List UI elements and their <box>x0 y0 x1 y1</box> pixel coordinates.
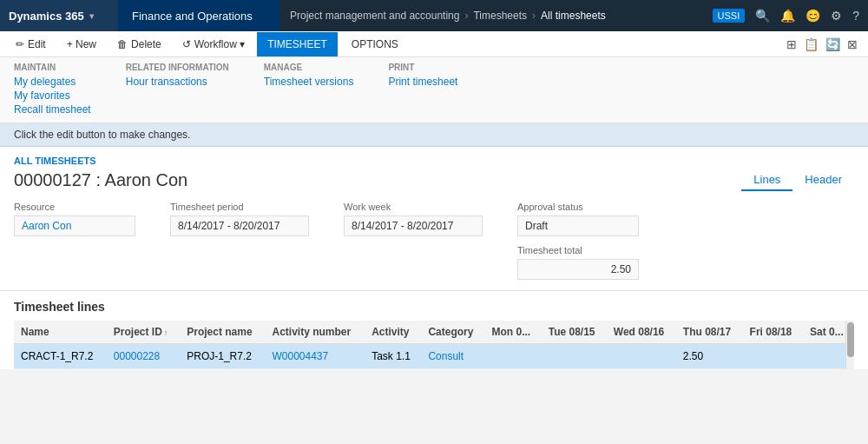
col-activity: Activity <box>365 321 421 344</box>
resource-label: Resource <box>14 202 135 212</box>
office-icon[interactable]: ⊞ <box>786 37 797 51</box>
ribbon-group-related: RELATED INFORMATION Hour transactions <box>126 63 229 116</box>
delete-icon: 🗑 <box>117 38 128 50</box>
sort-icon: ↑ <box>164 328 168 337</box>
record-title-row: 00000127 : Aaron Con Lines Header <box>14 169 854 191</box>
view-tab-header[interactable]: Header <box>792 169 854 191</box>
ribbon-group-manage: MANAGE Timesheet versions <box>264 63 354 116</box>
print-timesheet-link[interactable]: Print timesheet <box>388 76 457 88</box>
work-week-field-group: Work week 8/14/2017 - 8/20/2017 <box>344 202 483 280</box>
ribbon-group-maintain: MAINTAIN My delegates My favorites Recal… <box>14 63 91 116</box>
help-icon[interactable]: ? <box>852 9 859 23</box>
ribbon-right-icons: ⊞ 📋 🔄 ⊠ <box>786 37 861 51</box>
inner-breadcrumb: ALL TIMESHEETS <box>14 156 854 166</box>
tab-timesheet[interactable]: TIMESHEET <box>257 32 338 56</box>
my-delegates-link[interactable]: My delegates <box>14 76 91 88</box>
work-week-label: Work week <box>344 202 483 212</box>
view-tabs: Lines Header <box>741 169 854 191</box>
finance-ops-label: Finance and Operations <box>118 0 279 31</box>
timesheet-lines-table: Name Project ID↑ Project name Activity n… <box>14 321 854 369</box>
breadcrumb-sep1: › <box>464 10 468 22</box>
timesheet-period-label: Timesheet period <box>170 202 309 212</box>
col-tue: Tue 08/15 <box>542 321 607 344</box>
print-label: PRINT <box>388 63 457 72</box>
edit-icon: ✏ <box>16 38 24 50</box>
print-items: Print timesheet <box>388 76 457 88</box>
col-activity-number: Activity number <box>265 321 365 344</box>
bookmark-icon[interactable]: 📋 <box>804 37 819 51</box>
ribbon-menu: MAINTAIN My delegates My favorites Recal… <box>0 57 868 123</box>
recall-timesheet-link[interactable]: Recall timesheet <box>14 103 91 116</box>
workflow-icon: ↺ <box>182 38 191 50</box>
notification-icon[interactable]: 🔔 <box>780 9 795 23</box>
app-root: Dynamics 365 ▾ Finance and Operations Pr… <box>0 0 868 444</box>
workflow-button[interactable]: ↺ Workflow ▾ <box>174 32 253 56</box>
search-icon[interactable]: 🔍 <box>755 9 770 23</box>
hour-transactions-link[interactable]: Hour transactions <box>126 76 229 88</box>
approval-status-label: Approval status <box>517 202 639 212</box>
total-label: Timesheet total <box>517 245 639 255</box>
maintain-label: MAINTAIN <box>14 63 91 72</box>
col-mon: Mon 0... <box>485 321 542 344</box>
delete-button[interactable]: 🗑 Delete <box>108 32 170 56</box>
top-navigation: Dynamics 365 ▾ Finance and Operations Pr… <box>0 0 868 31</box>
tab-options[interactable]: OPTIONS <box>341 32 409 56</box>
breadcrumb-sep2: › <box>532 10 536 22</box>
timesheet-period-field-group: Timesheet period 8/14/2017 - 8/20/2017 <box>170 202 309 280</box>
manage-items: Timesheet versions <box>264 76 354 88</box>
close-icon[interactable]: ⊠ <box>847 37 858 51</box>
brand-chevron: ▾ <box>89 11 94 21</box>
approval-status-field-group: Approval status Draft Timesheet total 2.… <box>517 202 639 280</box>
breadcrumb-part2: Timesheets <box>473 10 527 22</box>
info-bar: Click the edit button to make changes. <box>0 123 868 147</box>
work-week-value: 8/14/2017 - 8/20/2017 <box>344 215 483 236</box>
ribbon-group-print: PRINT Print timesheet <box>388 63 457 116</box>
breadcrumb-part3: All timesheets <box>541 10 606 22</box>
refresh-icon[interactable]: 🔄 <box>825 37 840 51</box>
my-favorites-link[interactable]: My favorites <box>14 89 91 102</box>
col-name: Name <box>14 321 107 344</box>
table-header-row: Name Project ID↑ Project name Activity n… <box>14 321 854 344</box>
fields-area: Resource Aaron Con Timesheet period 8/14… <box>0 191 868 291</box>
maintain-items: My delegates My favorites Recall timeshe… <box>14 76 91 116</box>
col-project-id[interactable]: Project ID↑ <box>107 321 180 344</box>
timesheet-lines-title: Timesheet lines <box>14 300 854 314</box>
col-category: Category <box>421 321 484 344</box>
settings-icon[interactable]: ⚙ <box>831 9 842 23</box>
timesheet-lines-section: Timesheet lines Name Project ID↑ Project… <box>0 291 868 369</box>
col-fri: Fri 08/18 <box>743 321 804 344</box>
timesheet-versions-link[interactable]: Timesheet versions <box>264 76 354 88</box>
brand-label: Dynamics 365 <box>9 10 84 23</box>
total-value: 2.50 <box>517 259 639 280</box>
feedback-icon[interactable]: 😊 <box>806 9 820 23</box>
related-items: Hour transactions <box>126 76 229 88</box>
edit-button[interactable]: ✏ Edit <box>7 32 55 56</box>
resource-value[interactable]: Aaron Con <box>14 215 135 236</box>
related-label: RELATED INFORMATION <box>126 63 229 72</box>
user-badge: USSI <box>713 9 746 23</box>
breadcrumb-part1: Project management and accounting <box>290 10 459 22</box>
approval-status-value: Draft <box>517 215 639 236</box>
top-nav-right: USSI 🔍 🔔 😊 ⚙ ? <box>704 0 868 31</box>
brand-logo[interactable]: Dynamics 365 ▾ <box>0 0 118 31</box>
new-button[interactable]: + New <box>58 32 105 56</box>
resource-field-group: Resource Aaron Con <box>14 202 135 280</box>
vertical-scrollbar[interactable] <box>845 321 854 369</box>
top-breadcrumb: Project management and accounting › Time… <box>279 0 704 31</box>
page-content: ALL TIMESHEETS 00000127 : Aaron Con Line… <box>0 147 868 191</box>
col-thu: Thu 08/17 <box>676 321 743 344</box>
timesheet-period-value: 8/14/2017 - 8/20/2017 <box>170 215 309 236</box>
col-project-name: Project name <box>180 321 265 344</box>
record-title: 00000127 : Aaron Con <box>14 170 187 190</box>
ribbon-bar: ✏ Edit + New 🗑 Delete ↺ Workflow ▾ TIMES… <box>0 31 868 57</box>
scrollbar-thumb <box>847 322 854 357</box>
info-message: Click the edit button to make changes. <box>14 129 190 141</box>
manage-label: MANAGE <box>264 63 354 72</box>
col-wed: Wed 08/16 <box>607 321 676 344</box>
table-row[interactable]: CRACT-1_R7.200000228PROJ-1_R7.2W00004437… <box>14 344 854 369</box>
view-tab-lines[interactable]: Lines <box>741 169 792 191</box>
